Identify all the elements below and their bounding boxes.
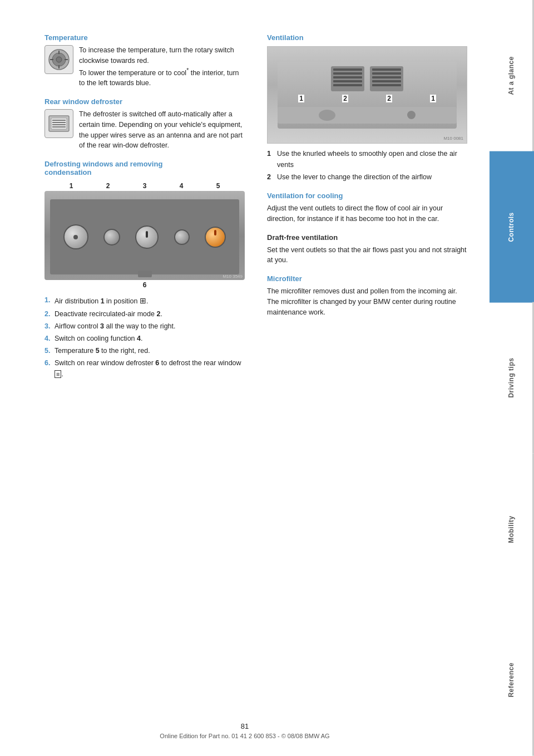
page-footer: 81 Online Edition for Part no. 01 41 2 6…	[0, 722, 490, 739]
defrosting-title: Defrosting windows and removingcondensat…	[44, 160, 245, 176]
microfilter-title: Microfilter	[267, 274, 467, 283]
knob-4	[174, 229, 190, 245]
temperature-title: Temperature	[44, 33, 245, 42]
footer-text: Online Edition for Part no. 01 41 2 600 …	[0, 733, 490, 739]
knob-5	[205, 227, 226, 248]
sidebar-tab-controls[interactable]: Controls	[490, 151, 534, 303]
vent-grilles	[295, 66, 439, 91]
step-5: 5. Temperature 5 to the right, red.	[44, 345, 245, 356]
sidebar-tab-driving-tips[interactable]: Driving tips	[490, 302, 534, 454]
step-4: 4. Switch on cooling function 4.	[44, 333, 245, 344]
sidebar: At a glance Controls Driving tips Mobili…	[490, 0, 534, 756]
control-panel-diagram: 1 2 3 4 5	[44, 182, 245, 289]
rear-window-title: Rear window defroster	[44, 97, 245, 106]
knob-1	[63, 224, 88, 249]
step-1: 1. Air distribution 1 in position ⊞.	[44, 294, 245, 307]
vent-num-2-right: 2	[386, 95, 392, 102]
step-3: 3. Airflow control 3 all the way to the …	[44, 321, 245, 332]
defrosting-steps: 1. Air distribution 1 in position ⊞. 2. …	[44, 294, 245, 379]
vent-grille-left	[331, 66, 364, 91]
sidebar-tab-at-a-glance[interactable]: At a glance	[490, 0, 534, 151]
ventilation-title: Ventilation	[267, 33, 467, 42]
vent-item-1: 1 Use the knurled wheels to smoothly ope…	[267, 148, 467, 170]
rear-window-section: The defroster is switched off auto-matic…	[44, 109, 245, 151]
vent-num-1-right: 1	[430, 95, 436, 102]
panel-num-2: 2	[97, 182, 119, 190]
vent-num-labels: 1 2 2 1	[295, 95, 439, 102]
temperature-icon	[44, 45, 73, 74]
step-2: 2. Deactivate recirculated-air mode 2.	[44, 308, 245, 320]
panel-num-4: 4	[170, 182, 192, 190]
vent-grille-right	[370, 66, 403, 91]
panel-numbers-top: 1 2 3 4 5	[44, 182, 245, 190]
vent-num-1-left: 1	[298, 95, 304, 102]
svg-rect-8	[51, 118, 67, 129]
draft-free-text: Set the vent outlets so that the air flo…	[267, 245, 467, 266]
temperature-text: To increase the temperature, turn the ro…	[79, 45, 245, 89]
vent-item-2: 2 Use the lever to change the direction …	[267, 171, 467, 183]
ctrl-panel: M10 3549	[44, 191, 245, 280]
knob-3	[135, 225, 159, 249]
sidebar-tab-mobility[interactable]: Mobility	[490, 454, 534, 605]
panel-num-1: 1	[60, 182, 82, 190]
temperature-section: To increase the temperature, turn the ro…	[44, 45, 245, 89]
vent-lower-panel	[278, 107, 457, 124]
vent-grille-area: 1 2 2 1	[278, 62, 457, 129]
sidebar-tab-reference[interactable]: Reference	[490, 605, 534, 756]
ctrl-panel-inner	[50, 199, 239, 274]
diagram-watermark: M10 3549	[222, 274, 243, 279]
vent-num-2-left: 2	[342, 95, 348, 102]
knob-6-indicator	[138, 271, 152, 277]
vent-cooling-text: Adjust the vent outlets to direct the fl…	[267, 203, 467, 224]
rear-window-icon	[44, 109, 73, 138]
vent-diagram: 1 2 2 1 M10 0081	[267, 46, 467, 144]
vent-watermark: M10 0081	[443, 136, 463, 141]
vent-cooling-title: Ventilation for cooling	[267, 192, 467, 200]
ventilation-items: 1 Use the knurled wheels to smoothly ope…	[267, 148, 467, 183]
step-6: 6. Switch on rear window defroster 6 to …	[44, 357, 245, 380]
panel-num-5: 5	[207, 182, 229, 190]
vent-diagram-inner: 1 2 2 1 M10 0081	[268, 47, 467, 143]
microfilter-text: The microfilter removes dust and pollen …	[267, 286, 467, 317]
knob-2	[103, 229, 120, 246]
panel-num-3: 3	[134, 182, 156, 190]
rear-window-text: The defroster is switched off auto-matic…	[79, 109, 245, 151]
page-number: 81	[0, 722, 490, 730]
panel-num-6: 6	[44, 281, 245, 289]
draft-free-title: Draft-free ventilation	[267, 233, 467, 242]
svg-point-6	[56, 57, 62, 62]
